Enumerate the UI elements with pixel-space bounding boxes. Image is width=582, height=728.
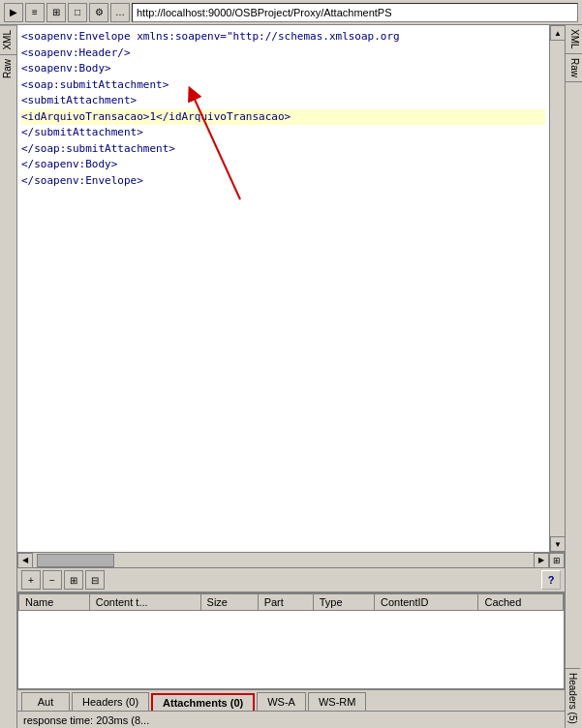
attachments-table-wrapper: NameContent t...SizePartTypeContentIDCac…	[17, 592, 565, 689]
scroll-down-button[interactable]: ▼	[550, 536, 565, 552]
right-xml-label[interactable]: XML	[566, 25, 582, 54]
xml-content-area[interactable]: <soapenv:Envelope xmlns:soapenv="http://…	[17, 25, 549, 552]
tabs-row: AutHeaders (0)Attachments (0)WS-AWS-RM	[17, 690, 565, 711]
stop-button[interactable]: □	[68, 3, 87, 22]
play-button[interactable]: ▶	[4, 3, 23, 22]
col-header-cached: Cached	[478, 594, 564, 611]
scroll-up-button[interactable]: ▲	[550, 25, 565, 41]
help-button[interactable]: ?	[541, 570, 561, 590]
xml-horizontal-scrollbar[interactable]: ◀ ▶ ⊞	[17, 552, 565, 567]
status-bar: response time: 203ms (8...	[17, 711, 565, 728]
xml-line-2: <soapenv:Body>	[21, 61, 545, 77]
stack-button[interactable]: ≡	[25, 3, 45, 22]
tab-ws-a[interactable]: WS-A	[257, 692, 306, 711]
left-labels-panel: XML Raw	[0, 25, 17, 728]
xml-line-4: <submitAttachment>	[21, 93, 545, 109]
xml-line-5: <idArquivoTransacao>1</idArquivoTransaca…	[21, 109, 545, 126]
tab-ws-rm[interactable]: WS-RM	[308, 692, 367, 711]
left-xml-label[interactable]: XML	[0, 25, 16, 54]
more-icon: …	[115, 7, 125, 17]
xml-line-1: <soapenv:Header/>	[21, 46, 545, 62]
xml-vertical-scrollbar[interactable]: ▲ ▼	[549, 25, 565, 552]
xml-line-9: </soapenv:Envelope>	[21, 173, 545, 190]
add-attach-button[interactable]: +	[21, 570, 41, 590]
scroll-left-button[interactable]: ◀	[17, 553, 33, 568]
xml-line-8: </soapenv:Body>	[21, 157, 545, 173]
scroll-track[interactable]	[550, 41, 565, 536]
col-header-size: Size	[200, 594, 258, 611]
col-header-content-t---: Content t...	[89, 594, 200, 611]
right-headers-label[interactable]: Headers (5)	[566, 668, 580, 728]
col-header-contentid: ContentID	[375, 594, 478, 611]
right-raw-label[interactable]: Raw	[566, 54, 582, 82]
scroll-h-thumb[interactable]	[37, 554, 114, 567]
col-header-name: Name	[19, 594, 90, 611]
xml-line-7: </soap:submitAttachment>	[21, 141, 545, 158]
attach-toolbar: + − ⊞ ⊟ ?	[17, 567, 565, 592]
status-text: response time: 203ms (8...	[23, 714, 149, 726]
grid-button[interactable]: ⊞	[46, 3, 66, 22]
url-input[interactable]	[132, 3, 578, 22]
bottom-tabs-area: AutHeaders (0)Attachments (0)WS-AWS-RM r…	[17, 689, 565, 728]
remove-attach-button[interactable]: −	[43, 570, 62, 590]
col-header-type: Type	[313, 594, 374, 611]
play-icon: ▶	[10, 7, 17, 17]
attachments-section: + − ⊞ ⊟ ? NameContent t...SizePartTypeCo…	[17, 567, 565, 689]
tab-headers--0-[interactable]: Headers (0)	[72, 692, 149, 711]
xml-line-6: </submitAttachment>	[21, 125, 545, 141]
left-raw-label[interactable]: Raw	[0, 54, 16, 82]
col-header-part: Part	[258, 594, 313, 611]
table-header-row: NameContent t...SizePartTypeContentIDCac…	[19, 594, 564, 611]
xml-line-3: <soap:submitAttachment>	[21, 77, 545, 94]
tab-attachments--0-[interactable]: Attachments (0)	[151, 693, 255, 711]
scroll-h-track[interactable]	[33, 553, 534, 568]
attachments-table: NameContent t...SizePartTypeContentIDCac…	[18, 593, 564, 611]
stop-icon: □	[75, 7, 80, 17]
xml-panel: <soapenv:Envelope xmlns:soapenv="http://…	[17, 25, 565, 567]
more-button[interactable]: …	[110, 3, 130, 22]
right-labels-panel: XML Raw Headers (5)	[565, 25, 582, 728]
config-icon: ⚙	[95, 7, 104, 17]
stack-icon: ≡	[32, 7, 38, 17]
grid-icon: ⊞	[52, 7, 60, 17]
tab-aut[interactable]: Aut	[21, 692, 70, 711]
grid-attach-button[interactable]: ⊞	[64, 570, 83, 590]
config-button[interactable]: ⚙	[89, 3, 108, 22]
xml-line-0: <soapenv:Envelope xmlns:soapenv="http://…	[21, 29, 545, 46]
scroll-corner: ⊞	[549, 553, 565, 568]
top-toolbar: ▶ ≡ ⊞ □ ⚙ …	[0, 0, 582, 25]
scroll-right-button[interactable]: ▶	[534, 553, 549, 568]
collapse-attach-button[interactable]: ⊟	[85, 570, 105, 590]
right-headers-tab[interactable]: Headers (5)	[566, 668, 582, 728]
